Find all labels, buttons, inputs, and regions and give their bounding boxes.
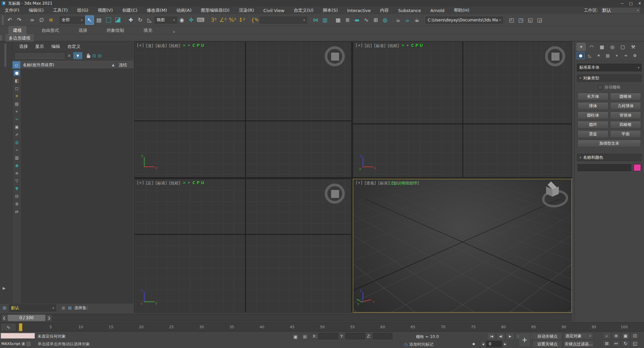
select-and-scale-icon[interactable]: ◺ bbox=[145, 15, 154, 25]
category-geometry[interactable]: ● bbox=[577, 52, 585, 59]
select-by-name-icon[interactable]: ▤ bbox=[95, 15, 103, 25]
rendered-frame-window-icon[interactable]: ☕ bbox=[403, 15, 412, 25]
menu-item-17[interactable]: Arnold bbox=[426, 7, 449, 14]
menu-item-5[interactable]: 视图(V) bbox=[93, 7, 117, 14]
menu-item-7[interactable]: 修改器(M) bbox=[142, 7, 172, 14]
pan-view-icon[interactable]: ↔ bbox=[612, 340, 621, 347]
name-column-header[interactable]: 名称(按升序排序) ▲ bbox=[20, 61, 116, 69]
hierarchy-mode-icon[interactable]: ⊟ bbox=[14, 194, 20, 199]
filter-funnel-icon[interactable]: ▼ bbox=[14, 186, 20, 191]
reference-coordinate-dropdown[interactable]: 视图▾ bbox=[155, 17, 177, 23]
zoom-extents-icon[interactable]: ▣ bbox=[621, 332, 630, 339]
tube-button[interactable]: 管状体 bbox=[610, 112, 641, 119]
category-systems[interactable]: ⚙ bbox=[631, 52, 639, 59]
workspace-dropdown[interactable]: 默认 ▾ bbox=[600, 7, 641, 14]
default-in-out-tangents-icon[interactable]: ◆ bbox=[472, 342, 475, 346]
panel-drag-handle[interactable] bbox=[4, 44, 6, 67]
geometry-category-dropdown[interactable]: 标准基本体 ▾ bbox=[577, 64, 642, 71]
explorer-menu-选择[interactable]: 选择 bbox=[19, 44, 28, 50]
cylinder-button[interactable]: 圆柱体 bbox=[578, 112, 608, 119]
sync-selection-icon[interactable]: ⊞ bbox=[68, 305, 72, 310]
expand-hierarchy-icon[interactable]: ⊟ bbox=[92, 53, 96, 58]
zoom-all-icon[interactable]: ⊕ bbox=[612, 332, 621, 339]
render-production-icon[interactable]: ☕ bbox=[413, 15, 421, 25]
spinner-snap-icon[interactable]: ↕² bbox=[237, 15, 246, 25]
play-button[interactable]: ▶ bbox=[506, 333, 515, 340]
box-button[interactable]: 长方体 bbox=[578, 93, 608, 100]
z-coordinate-field[interactable] bbox=[373, 333, 392, 339]
display-lights-icon[interactable]: ☀ bbox=[14, 93, 20, 99]
display-column-icon[interactable]: ○ bbox=[12, 61, 20, 69]
current-frame-marker[interactable] bbox=[19, 323, 22, 331]
list-view-icon[interactable]: ≣ bbox=[62, 305, 65, 310]
frame-up-arrow[interactable]: ▶ bbox=[502, 341, 508, 347]
time-slider-handle[interactable]: 0 / 100 bbox=[7, 315, 46, 321]
select-object-icon[interactable]: ↖ bbox=[85, 15, 94, 25]
mirror-icon[interactable]: ⋈ bbox=[311, 15, 320, 25]
selection-filter-dropdown[interactable]: 全部▾ bbox=[60, 17, 85, 23]
filter-icon[interactable]: ▼ bbox=[73, 52, 83, 59]
object-name-input[interactable] bbox=[578, 164, 631, 171]
menu-item-13[interactable]: 脚本(S) bbox=[318, 7, 342, 14]
viewport-left[interactable]: [+][左][标准][线框]✕▸CPU z y x bbox=[134, 179, 352, 312]
previous-key-arrow[interactable]: ❮ bbox=[1, 315, 7, 321]
display-cameras-icon[interactable]: ▤ bbox=[14, 101, 20, 107]
window-crossing-toggle-icon[interactable] bbox=[113, 15, 122, 25]
tab-modify[interactable]: ◠ bbox=[587, 43, 596, 51]
maxscript-mini-listener[interactable] bbox=[1, 333, 35, 339]
snap-toggle-3d-icon[interactable]: 3³ bbox=[209, 15, 218, 25]
zoom-region-icon[interactable]: ⊠ bbox=[602, 340, 611, 347]
viewport-label-part[interactable]: [前] bbox=[365, 43, 372, 49]
workspace-layout-4-icon[interactable]: ◲ bbox=[535, 15, 544, 25]
object-color-swatch[interactable] bbox=[634, 164, 641, 171]
menu-item-2[interactable]: 编辑(E) bbox=[24, 7, 48, 14]
viewport-label-part[interactable]: [线框] bbox=[388, 43, 399, 49]
scene-explorer-list[interactable] bbox=[21, 69, 133, 304]
explorer-preset-dropdown[interactable]: 默认 ▾ bbox=[9, 304, 56, 311]
cone-button[interactable]: 圆锥体 bbox=[610, 93, 641, 100]
display-containers-icon[interactable]: ▥ bbox=[14, 155, 20, 160]
menu-item-4[interactable]: 组(G) bbox=[72, 7, 93, 14]
menu-item-8[interactable]: 动画(A) bbox=[172, 7, 196, 14]
viewport-label-part[interactable]: [标准] bbox=[374, 43, 385, 49]
torus-button[interactable]: 圆环 bbox=[578, 121, 608, 129]
project-folder-dropdown[interactable]: C:\Users\deyay\Documents\3ds Max 2021▾ bbox=[426, 17, 503, 23]
viewport-label-part[interactable]: [线框] bbox=[169, 181, 180, 186]
display-groups-icon[interactable]: ▣ bbox=[14, 124, 20, 130]
add-time-tag[interactable]: ◷ 添加时间标记 bbox=[404, 342, 433, 347]
workspace-layout-2-icon[interactable]: ◳ bbox=[517, 15, 525, 25]
viewport-label-part[interactable]: [+] bbox=[137, 181, 144, 186]
pyramid-button[interactable]: 四棱锥 bbox=[610, 121, 641, 129]
previous-frame-button[interactable]: ◀| bbox=[496, 333, 505, 340]
tab-create[interactable]: ＋ bbox=[577, 43, 586, 51]
display-spacewarps-icon[interactable]: ≈ bbox=[14, 117, 20, 122]
ribbon-drag-handle[interactable] bbox=[0, 35, 2, 41]
select-and-rotate-icon[interactable]: ↻ bbox=[136, 15, 145, 25]
menu-item-9[interactable]: 图形编辑器(D) bbox=[196, 7, 234, 14]
select-and-move-icon[interactable]: ✚ bbox=[126, 15, 135, 25]
viewport-label-part[interactable]: [透视] bbox=[365, 181, 376, 186]
display-shapes-icon[interactable]: ◻ bbox=[14, 86, 20, 91]
geosphere-button[interactable]: 几何球体 bbox=[610, 102, 641, 110]
schematic-view-icon[interactable]: ⊞ bbox=[371, 15, 380, 25]
render-setup-icon[interactable]: ☕ bbox=[394, 15, 402, 25]
layer-mode-icon[interactable]: ≣ bbox=[14, 201, 20, 207]
textplus-button[interactable]: 加强型文本 bbox=[578, 140, 641, 147]
menu-item-3[interactable]: 工具(T) bbox=[48, 7, 72, 14]
x-coordinate-field[interactable] bbox=[319, 333, 338, 339]
redo-icon[interactable]: ↷ bbox=[15, 15, 23, 25]
lock-icon[interactable] bbox=[87, 55, 90, 58]
viewport-label-part[interactable]: [+] bbox=[137, 43, 144, 49]
explorer-select-display-icon[interactable]: ● bbox=[14, 70, 20, 76]
menu-item-15[interactable]: 内容 bbox=[375, 7, 393, 14]
display-frozen-eye-icon[interactable]: ◉ bbox=[14, 163, 20, 168]
object-type-rollout-header[interactable]: ▾ 对象类型 bbox=[577, 74, 642, 82]
minimize-button[interactable]: ─ bbox=[618, 0, 627, 7]
view-cube[interactable] bbox=[324, 183, 346, 205]
curve-editor-icon[interactable]: ∿ bbox=[362, 15, 371, 25]
ribbon-toggle-icon[interactable]: ▬ bbox=[353, 15, 361, 25]
menu-item-1[interactable]: 文件(F) bbox=[0, 7, 24, 14]
search-input[interactable] bbox=[14, 52, 65, 59]
explorer-menu-自定义[interactable]: 自定义 bbox=[67, 44, 80, 50]
viewport-label-part[interactable]: [线框] bbox=[169, 43, 180, 49]
